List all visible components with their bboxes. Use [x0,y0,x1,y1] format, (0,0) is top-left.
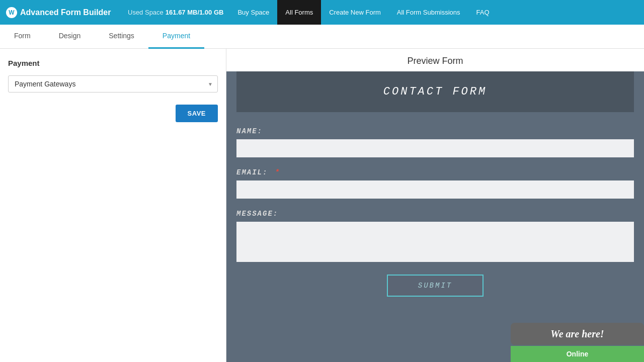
label-email: EMAIL: * [236,168,634,176]
all-form-submissions-button[interactable]: All Form Submissions [389,0,468,25]
used-space-label: Used Space [128,9,164,16]
app-logo: W Advanced Form Builder [6,7,122,18]
chat-bubble[interactable]: We are here! [511,323,644,345]
input-name[interactable] [236,139,634,157]
sub-tabs: Form Design Settings Payment [0,25,644,49]
preview-title: Preview Form [226,49,644,71]
submit-row: SUBMIT [236,275,634,297]
create-new-form-button[interactable]: Create New Form [321,0,389,25]
chat-bubble-text: We are here! [550,328,604,339]
app-title: Advanced Form Builder [20,8,111,17]
submit-button[interactable]: SUBMIT [387,275,484,297]
textarea-message[interactable] [236,222,634,262]
input-email[interactable] [236,180,634,199]
buy-space-button[interactable]: Buy Space [229,0,277,25]
wp-icon: W [6,7,17,18]
main-layout: Payment Payment Gateways PayPal Stripe S… [0,49,644,362]
tab-design[interactable]: Design [45,25,95,49]
field-name: NAME: [236,127,634,157]
payment-gateway-wrapper: Payment Gateways PayPal Stripe [8,75,218,93]
save-button[interactable]: SAVE [176,105,218,122]
chat-widget: We are here! Online [511,323,644,362]
field-email: EMAIL: * [236,168,634,199]
field-message: MESSAGE: [236,210,634,263]
panel-title: Payment [8,59,218,67]
faq-button[interactable]: FAQ [468,0,498,25]
tab-payment[interactable]: Payment [148,25,204,49]
tab-form[interactable]: Form [0,25,45,49]
top-nav: W Advanced Form Builder Used Space 161.6… [0,0,644,25]
all-forms-button[interactable]: All Forms [277,0,321,25]
label-name: NAME: [236,127,634,135]
preview-area: CONTACT FORM NAME: EMAIL: * MESSAGE: [226,71,644,362]
chat-status-bar: Online [511,346,644,362]
payment-gateway-select[interactable]: Payment Gateways PayPal Stripe [8,75,218,93]
used-space-value: 161.67 MB/1.00 GB [166,9,224,16]
label-message: MESSAGE: [236,210,634,218]
save-row: SAVE [8,105,218,122]
form-header-title: CONTACT FORM [247,85,624,98]
required-star: * [275,168,280,176]
contact-form-container: CONTACT FORM NAME: EMAIL: * MESSAGE: [226,71,644,362]
chat-status-label: Online [567,350,589,358]
top-nav-center: Used Space 161.67 MB/1.00 GB Buy Space A… [122,0,644,25]
tab-settings[interactable]: Settings [95,25,148,49]
used-space-info: Used Space 161.67 MB/1.00 GB [122,9,229,16]
form-header: CONTACT FORM [236,71,634,112]
right-panel: Preview Form CONTACT FORM NAME: EMAIL: * [226,49,644,362]
left-panel: Payment Payment Gateways PayPal Stripe S… [0,49,226,362]
